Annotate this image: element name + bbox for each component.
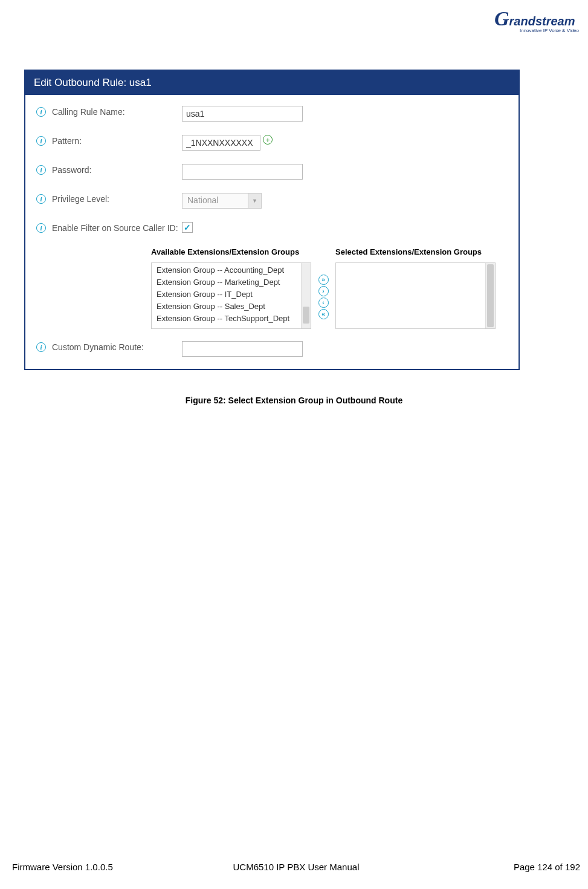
list-item[interactable]: Extension Group -- Sales_Dept [152, 301, 311, 313]
scroll-thumb[interactable] [303, 307, 309, 324]
label-custom-dynamic-route: Custom Dynamic Route: [52, 341, 182, 353]
info-icon[interactable]: i [36, 194, 46, 204]
row-custom-dynamic-route: i Custom Dynamic Route: [30, 341, 514, 357]
scrollbar[interactable] [485, 263, 495, 328]
selected-listbox[interactable] [335, 262, 496, 329]
move-all-right-icon[interactable]: » [318, 275, 329, 285]
figure-caption: Figure 52: Select Extension Group in Out… [0, 396, 588, 405]
dialog-body: i Calling Rule Name: i Pattern: + i Pass… [25, 95, 519, 369]
calling-rule-name-input[interactable] [182, 106, 303, 122]
list-item[interactable]: Extension Group -- IT_Dept [152, 288, 311, 301]
logo-g: G [494, 7, 509, 30]
row-pattern: i Pattern: + [30, 135, 514, 151]
scrollbar[interactable] [301, 263, 311, 328]
selected-column: Selected Extensions/Extension Groups [335, 247, 496, 329]
password-input[interactable] [182, 164, 303, 180]
pattern-input[interactable] [182, 135, 260, 151]
list-item[interactable]: Extension Group -- Marketing_Dept [152, 276, 311, 288]
brand-logo: Grandstream Innovative IP Voice & Video [494, 7, 579, 39]
selected-items [336, 263, 495, 328]
row-password: i Password: [30, 164, 514, 180]
move-all-left-icon[interactable]: « [318, 309, 329, 319]
transfer-buttons: » › ‹ « [311, 247, 335, 329]
label-password: Password: [52, 164, 182, 176]
info-icon[interactable]: i [36, 223, 46, 233]
chevron-down-icon: ▼ [248, 194, 261, 208]
footer-page: Page 124 of 192 [391, 862, 580, 872]
info-icon[interactable]: i [36, 136, 46, 146]
list-item[interactable]: Extension Group -- Accounting_Dept [152, 264, 311, 276]
label-calling-rule-name: Calling Rule Name: [52, 106, 182, 118]
page-footer: Firmware Version 1.0.0.5 UCM6510 IP PBX … [12, 862, 580, 872]
footer-version: Firmware Version 1.0.0.5 [12, 862, 201, 872]
extension-dual-list: Available Extensions/Extension Groups Ex… [151, 247, 514, 329]
selected-header: Selected Extensions/Extension Groups [335, 247, 496, 256]
info-icon[interactable]: i [36, 165, 46, 175]
add-pattern-icon[interactable]: + [263, 135, 273, 145]
dialog-title: Edit Outbound Rule: usa1 [25, 71, 519, 95]
available-listbox[interactable]: Extension Group -- Accounting_Dept Exten… [151, 262, 311, 329]
row-calling-rule-name: i Calling Rule Name: [30, 106, 514, 122]
edit-outbound-rule-dialog: Edit Outbound Rule: usa1 i Calling Rule … [24, 70, 520, 370]
move-left-icon[interactable]: ‹ [318, 298, 329, 308]
custom-dynamic-route-input[interactable] [182, 341, 303, 357]
label-privilege-level: Privilege Level: [52, 193, 182, 205]
row-privilege-level: i Privilege Level: National ▼ [30, 193, 514, 209]
label-pattern: Pattern: [52, 135, 182, 147]
info-icon[interactable]: i [36, 342, 46, 352]
available-items: Extension Group -- Accounting_Dept Exten… [152, 263, 311, 328]
move-right-icon[interactable]: › [318, 286, 329, 296]
enable-filter-checkbox[interactable]: ✓ [182, 222, 193, 233]
footer-title: UCM6510 IP PBX User Manual [201, 862, 390, 872]
available-column: Available Extensions/Extension Groups Ex… [151, 247, 311, 329]
row-enable-filter: i Enable Filter on Source Caller ID: ✓ [30, 222, 514, 234]
info-icon[interactable]: i [36, 107, 46, 117]
privilege-level-select[interactable]: National ▼ [182, 193, 262, 209]
label-enable-filter: Enable Filter on Source Caller ID: [52, 222, 182, 234]
scroll-thumb[interactable] [487, 264, 494, 327]
available-header: Available Extensions/Extension Groups [151, 247, 311, 256]
list-item[interactable]: Extension Group -- TechSupport_Dept [152, 313, 311, 325]
privilege-level-value: National [183, 194, 248, 208]
logo-text: randstream [509, 15, 575, 28]
